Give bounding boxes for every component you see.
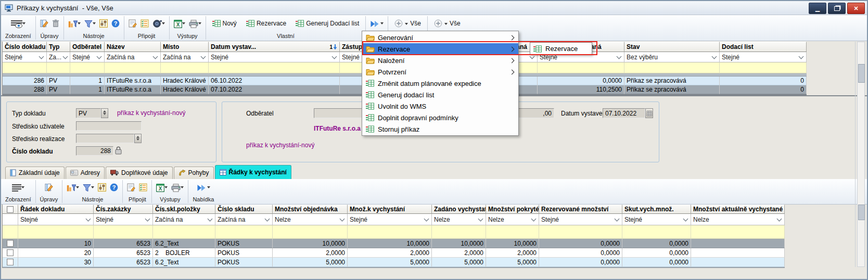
column-header[interactable]: Zadáno vychystat (432, 205, 486, 214)
column-header[interactable]: Čís.skl.položky (153, 205, 215, 214)
filter-select[interactable]: Stejné (720, 52, 807, 62)
select-all-header[interactable] (3, 205, 18, 214)
filter-select[interactable]: Nelze (691, 214, 785, 225)
filter-button[interactable] (84, 19, 96, 28)
tab-radky-k-vychystani[interactable]: Řádky k vychystání (215, 165, 291, 179)
filter-select[interactable]: Nelze (432, 214, 486, 225)
tab-zakladni-udaje[interactable]: Základní údaje (5, 167, 65, 179)
filter-select[interactable]: Stejné (18, 214, 94, 225)
tab-doplnkove-udaje[interactable]: Doplňkové údaje (106, 167, 172, 179)
filter-select[interactable]: Stejné (3, 52, 47, 62)
quick-filter-cell[interactable] (94, 225, 153, 239)
menu-item-doplnit-dopravni-podminky[interactable]: Doplnit dopravní podmínky (362, 112, 518, 123)
quick-filter-cell[interactable] (624, 62, 720, 73)
quick-filter-cell[interactable] (720, 62, 807, 73)
vse-filter-button-2[interactable]: Vše (432, 18, 463, 29)
stredisko-uzivatele-field[interactable] (76, 121, 142, 131)
column-header[interactable]: Typ (47, 42, 70, 52)
novy-button[interactable]: Nový (210, 19, 239, 28)
restore-button[interactable] (828, 3, 846, 14)
row-checkbox[interactable] (3, 248, 18, 258)
checklist-icon[interactable] (141, 19, 149, 28)
checklist-icon[interactable] (139, 183, 147, 192)
print-button[interactable] (189, 19, 201, 28)
filter-select[interactable]: Stejné (539, 214, 622, 225)
column-header[interactable]: Řádek dokladu (18, 205, 94, 214)
column-header[interactable]: Čís.zakázky (94, 205, 153, 214)
quick-filter-cell[interactable] (215, 225, 273, 239)
quick-filter-cell[interactable] (622, 225, 691, 239)
edit-icon[interactable] (45, 183, 53, 192)
menu-item-generuj-dodaci-list[interactable]: Generuj dodací list (362, 89, 518, 100)
filter-select[interactable]: Stejné (209, 52, 340, 62)
tab-adresy[interactable]: Adresy (66, 167, 105, 179)
edit-icon[interactable] (40, 19, 48, 28)
minimize-button[interactable]: ▁ (809, 3, 826, 14)
quick-filter-cell[interactable] (18, 225, 94, 239)
menu-item-potvrzeni[interactable]: Potvrzení (362, 66, 518, 78)
view-button[interactable] (12, 183, 24, 192)
filter-select[interactable]: Stejné (622, 214, 691, 225)
filter-select[interactable]: Stejné (348, 214, 432, 225)
menu-button[interactable] (197, 183, 210, 192)
submenu-item-rezervace[interactable]: Rezervace (545, 45, 578, 53)
filter-select[interactable]: Bez výběru (624, 52, 720, 62)
view-button[interactable] (11, 19, 25, 28)
scrollbar-thumb[interactable] (858, 205, 865, 220)
snapshot-button[interactable] (152, 19, 165, 28)
quick-filter-cell[interactable] (432, 225, 486, 239)
excel-export-button[interactable] (174, 19, 185, 28)
column-header[interactable]: Množ.k vychystání (348, 205, 432, 214)
note-icon[interactable] (127, 183, 135, 192)
column-header[interactable]: Množství objednávka (273, 205, 348, 214)
filter-select[interactable]: Nelze (486, 214, 539, 225)
calendar-button[interactable] (645, 108, 653, 118)
filter-select[interactable]: Za... (47, 52, 70, 62)
quick-filter-cell[interactable] (209, 62, 340, 73)
vertical-scrollbar[interactable] (857, 42, 865, 267)
quick-filter-cell[interactable] (273, 225, 348, 239)
filter-select[interactable]: Nelze (273, 214, 348, 225)
filter-select[interactable]: Začíná na (153, 214, 215, 225)
menu-item-generovani[interactable]: Generování (362, 32, 518, 43)
column-header[interactable]: Množství pokryté (486, 205, 539, 214)
close-button[interactable]: ✕ (847, 3, 865, 14)
column-header[interactable]: Rezervované množství (539, 205, 622, 214)
quick-filter-cell[interactable] (105, 62, 161, 73)
quick-filter-cell[interactable] (348, 225, 432, 239)
quick-filter-cell[interactable] (3, 225, 18, 239)
column-header[interactable]: Číslo dokladu (3, 42, 47, 52)
quick-filter-cell[interactable] (486, 225, 539, 239)
datum-vystaveni-field[interactable]: 07.10.2022 (603, 108, 645, 118)
quick-filter-cell[interactable] (70, 62, 105, 73)
settings-sliders-icon[interactable] (99, 19, 108, 28)
quick-filter-cell[interactable] (538, 62, 624, 73)
vse-filter-button-1[interactable]: Vše (392, 18, 423, 29)
menu-item-rezervace[interactable]: Rezervace (362, 43, 518, 55)
help-icon[interactable] (110, 183, 118, 192)
filter-select[interactable]: Stejné (94, 214, 153, 225)
column-header[interactable]: Stav (624, 42, 720, 52)
settings-sliders-icon[interactable] (98, 183, 106, 192)
help-icon[interactable] (111, 19, 120, 28)
filter-select[interactable]: Začíná na (161, 52, 209, 62)
menu-item-nalozeni[interactable]: Naložení (362, 55, 518, 66)
analysis-button[interactable] (67, 183, 79, 192)
scrollbar-thumb[interactable] (858, 64, 865, 83)
column-header[interactable]: Dodací list (720, 42, 807, 52)
note-icon[interactable] (129, 19, 137, 28)
spinner-button[interactable] (101, 108, 108, 118)
table-row[interactable]: 30 6523 6.2_Text POKUS 5,0000 5,0000 5,0… (3, 258, 785, 267)
column-header[interactable]: Odběratel (70, 42, 105, 52)
quick-filter-cell[interactable] (153, 225, 215, 239)
generuj-dodaci-list-button[interactable]: Generuj Dodací list (293, 19, 361, 28)
quick-filter-cell[interactable] (161, 62, 209, 73)
quick-filter-cell[interactable] (539, 225, 622, 239)
filter-button[interactable] (83, 183, 94, 192)
filter-select[interactable]: Začíná na (105, 52, 161, 62)
column-header[interactable]: Místo (161, 42, 209, 52)
quick-filter-cell[interactable] (47, 62, 70, 73)
menu-item-uvolnit-do-wms[interactable]: Uvolnit do WMS (362, 100, 518, 112)
column-header[interactable]: Číslo skladu (215, 205, 273, 214)
table-row[interactable]: 20 6523 2 BOJLER POKUS 2,0000 2,0000 2,0… (3, 248, 785, 258)
